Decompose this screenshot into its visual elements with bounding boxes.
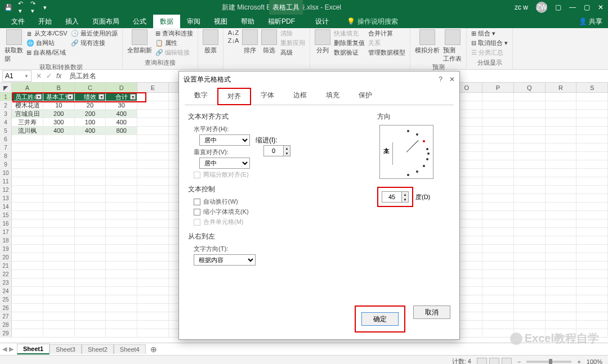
chevron-down-icon[interactable]: ▼ [24,74,29,79]
row-header[interactable]: 13 [0,194,12,203]
cell[interactable] [75,143,106,152]
redo-icon[interactable]: ↷ ▾ [29,0,36,15]
cell[interactable] [546,321,577,329]
cell[interactable] [546,177,577,186]
cell[interactable] [576,143,608,152]
dialog-tab-font[interactable]: 字体 [251,87,284,105]
spinner-down-icon[interactable]: ▼ [401,197,408,202]
cell[interactable] [576,228,608,236]
row-header[interactable]: 8 [0,152,12,160]
cell[interactable] [75,203,106,211]
cell[interactable] [546,287,577,295]
indent-spinner[interactable]: ▲▼ [263,145,290,156]
row-header[interactable]: 28 [0,321,12,329]
table-header-cell[interactable]: 基本工资▼ [43,93,75,101]
cell[interactable] [12,143,43,152]
row-header[interactable]: 6 [0,135,12,143]
cell[interactable] [137,287,169,295]
ribbon-display-icon[interactable]: ▢ [555,3,561,11]
advanced-filter[interactable]: 高级 [280,48,305,57]
cell[interactable] [75,160,106,169]
cell[interactable] [106,262,137,270]
cell[interactable] [43,194,75,203]
cell[interactable] [482,236,514,245]
cell[interactable] [482,278,514,287]
col-header[interactable]: Q [514,83,546,93]
relationships[interactable]: 关系 [368,39,405,47]
cell[interactable] [75,253,106,262]
cell[interactable] [546,304,577,312]
cell[interactable] [576,295,608,304]
cell[interactable]: 三井寿 [12,118,43,127]
cell[interactable] [43,329,75,338]
cell[interactable] [43,321,75,329]
cell[interactable] [576,152,608,160]
cell[interactable]: 樱木花道 [12,101,43,110]
cell[interactable] [514,270,546,278]
row-header[interactable]: 22 [0,270,12,278]
consolidate[interactable]: 合并计算 [368,29,405,38]
enter-icon[interactable]: ✓ [46,72,52,80]
row-header[interactable]: 29 [0,329,12,338]
reapply-filter[interactable]: 重新应用 [280,39,305,47]
cell[interactable] [482,245,514,253]
cell[interactable] [546,152,577,160]
cell[interactable] [12,262,43,270]
cell[interactable] [482,321,514,329]
cell[interactable] [482,186,514,194]
degree-input[interactable] [382,192,401,202]
row-header[interactable]: 23 [0,278,12,287]
cell[interactable] [137,236,169,245]
cell[interactable] [43,160,75,169]
cell[interactable] [43,143,75,152]
col-header[interactable]: P [482,83,514,93]
cell[interactable] [106,304,137,312]
cell[interactable] [75,262,106,270]
row-header[interactable]: 14 [0,203,12,211]
indent-input[interactable] [264,146,283,156]
cell[interactable] [514,236,546,245]
cell[interactable] [106,236,137,245]
tell-me-search[interactable]: 💡 操作说明搜索 [347,17,398,26]
cell[interactable] [137,211,169,219]
cell[interactable] [106,160,137,169]
group-button[interactable]: ⊞ 组合 ▾ [471,29,508,38]
tab-insert[interactable]: 插入 [59,15,86,28]
cell[interactable] [576,304,608,312]
cell[interactable] [137,321,169,329]
subtotal-button[interactable]: ☰ 分类汇总 [471,48,508,57]
cell[interactable] [576,211,608,219]
cell[interactable] [514,203,546,211]
get-data-button[interactable]: 获取数 据 [5,29,23,63]
tab-data[interactable]: 数据 [153,15,180,28]
cell[interactable] [12,203,43,211]
cell[interactable] [514,245,546,253]
forecast-sheet[interactable]: 预测 工作表 [443,29,462,63]
spinner-down-icon[interactable]: ▼ [283,151,290,156]
v-align-select[interactable]: 居中 [199,158,250,169]
cell[interactable] [514,262,546,270]
cell[interactable] [482,194,514,203]
cell[interactable] [576,203,608,211]
zoom-in-icon[interactable]: + [577,358,580,365]
select-all-corner[interactable]: ◤ [0,83,12,93]
cell[interactable] [137,143,169,152]
sheet-nav-prev-icon[interactable]: ◀ [2,345,7,353]
cell[interactable] [546,169,577,177]
cell[interactable] [546,270,577,278]
degree-spinner[interactable]: ▲▼ [382,191,409,203]
cell[interactable] [514,219,546,228]
cell[interactable] [75,169,106,177]
cell[interactable] [43,211,75,219]
cell[interactable] [546,143,577,152]
cell[interactable] [482,329,514,338]
cell[interactable] [546,219,577,228]
cell[interactable] [576,262,608,270]
cell[interactable] [482,177,514,186]
normal-view-icon[interactable] [477,358,487,365]
cell[interactable] [43,186,75,194]
cell[interactable] [75,219,106,228]
cell[interactable] [482,312,514,321]
dialog-tab-protection[interactable]: 保护 [349,87,382,105]
row-header[interactable]: 20 [0,253,12,262]
